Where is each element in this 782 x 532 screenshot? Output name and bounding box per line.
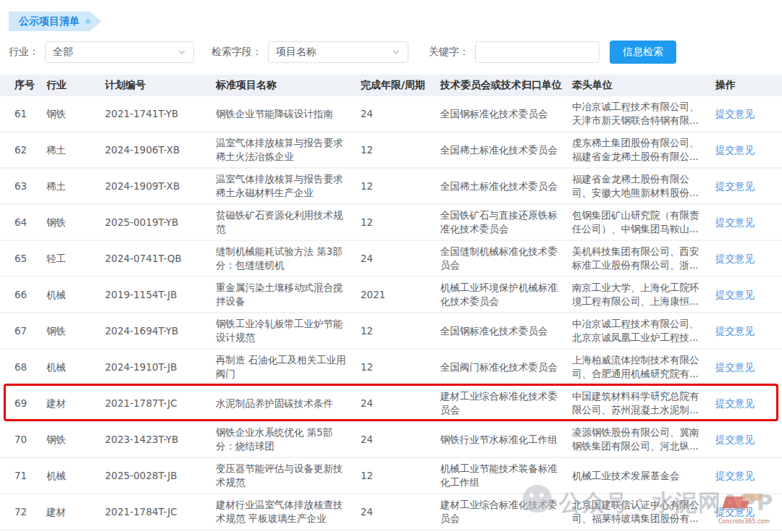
cell-period: 12 (361, 132, 440, 168)
cell-committee: 建材工业综合标准化技术委员会 (440, 494, 572, 530)
table-row: 72 建材 2021-1784T-JC 建材行业温室气体排放核查技术规范 平板玻… (0, 494, 782, 530)
cell-industry: 钢铁 (46, 204, 105, 240)
cell-lead-unit: 上海柏威流体控制技术有限公司、合肥通用机械研究院有... (572, 349, 715, 385)
submit-opinion-link[interactable]: 提交意见 (715, 361, 754, 373)
cell-period: 24 (361, 240, 440, 276)
col-header-lead: 牵头单位 (572, 75, 715, 96)
cell-period: 24 (361, 494, 440, 530)
table-row: 68 机械 2024-1910T-JB 再制造 石油化工及相关工业用阀门 12 … (0, 349, 782, 385)
cell-plan-number: 2019-1154T-JB (105, 276, 216, 313)
cell-committee: 全国钢标准化技术委员会 (440, 313, 572, 349)
cell-industry: 机械 (46, 457, 105, 494)
keyword-label: 关键字： (429, 46, 469, 59)
submit-opinion-link[interactable]: 提交意见 (715, 434, 754, 445)
cell-plan-number: 2024-0741T-QB (105, 240, 216, 276)
cell-no: 71 (0, 457, 46, 494)
cell-committee: 全国铁矿石与直接还原铁标准化技术委员会 (440, 204, 572, 240)
cell-no: 67 (0, 313, 46, 349)
cell-industry: 轻工 (46, 240, 105, 276)
cell-committee: 机械工业环境保护机械标准化技术委员会 (440, 276, 572, 313)
industry-select[interactable]: 全部 (45, 41, 194, 63)
cell-committee: 钢铁行业节水标准化工作组 (440, 421, 572, 457)
cell-period: 12 (361, 457, 440, 494)
cell-project-name: 建材行业温室气体排放核查技术规范 平板玻璃生产企业 (216, 494, 361, 530)
cell-lead-unit: 凌源钢铁股份有限公司、冀南钢铁集团有限公司、河北纵... (572, 421, 715, 457)
table-row: 63 稀土 2024-1909T-XB 温室气体排放核算与报告要求 稀土永磁材料… (0, 168, 782, 204)
chevron-down-icon (392, 48, 400, 56)
cell-lead-unit: 美机科技集团有限公司、西安标准工业股份有限公司、浙... (572, 240, 715, 276)
table-row: 69 建材 2021-1787T-JC 水泥制品养护固碳技术条件 24 建材工业… (0, 385, 782, 421)
table-row: 61 钢铁 2021-1741T-YB 钢铁企业节能降碳设计指南 24 全国钢标… (0, 96, 782, 132)
cell-no: 69 (0, 385, 46, 421)
cell-industry: 稀土 (46, 168, 105, 204)
cell-period: 24 (361, 96, 440, 132)
submit-opinion-link[interactable]: 提交意见 (715, 470, 754, 481)
cell-no: 68 (0, 349, 46, 385)
industry-filter-label: 行业： (9, 46, 39, 59)
table-row: 65 轻工 2024-0741T-QB 缝制机械能耗试验方法 第3部分：包缝缝纫… (0, 240, 782, 276)
cell-industry: 钢铁 (46, 421, 105, 457)
cell-committee: 全国缝制机械标准化技术委员会 (440, 240, 572, 276)
submit-opinion-link[interactable]: 提交意见 (715, 216, 754, 228)
col-header-no: 序号 (0, 75, 46, 96)
table-row: 64 钢铁 2025-0019T-YB 贫磁铁矿石资源化利用技术规范 12 全国… (0, 204, 782, 240)
keyword-input[interactable] (475, 41, 600, 63)
cell-project-name: 重金属污染土壤移动式混合搅拌设备 (216, 276, 361, 313)
search-field-select[interactable]: 项目名称 (268, 41, 408, 63)
cell-lead-unit: 包钢集团矿山研究院（有限责任公司）、中钢集团马鞍山... (572, 204, 715, 240)
cell-project-name: 变压器节能评估与设备更新技术规范 (216, 457, 361, 494)
submit-opinion-link[interactable]: 提交意见 (715, 506, 754, 518)
submit-opinion-link[interactable]: 提交意见 (715, 144, 754, 156)
cell-lead-unit: 北京国建联信认证中心有限公司、福莱特玻璃集团股份有... (572, 494, 715, 530)
cell-industry: 建材 (46, 494, 105, 530)
cell-project-name: 再制造 石油化工及相关工业用阀门 (216, 349, 361, 385)
table-row: 70 钢铁 2023-1423T-YB 钢铁企业水系统优化 第5部分：烧结球团 … (0, 421, 782, 457)
search-field-label: 检索字段： (211, 46, 262, 59)
cell-plan-number: 2024-1906T-XB (105, 132, 216, 168)
cell-project-name: 温室气体排放核算与报告要求 稀土永磁材料生产企业 (216, 168, 361, 204)
submit-opinion-link[interactable]: 提交意见 (715, 289, 754, 300)
submit-opinion-link[interactable]: 提交意见 (715, 180, 754, 192)
submit-opinion-link[interactable]: 提交意见 (715, 253, 754, 264)
page-title-tag-label: 公示项目清单 (19, 15, 80, 27)
cell-project-name: 钢铁企业节能降碳设计指南 (216, 96, 361, 132)
col-header-name: 标准项目名称 (216, 75, 361, 96)
col-header-industry: 行业 (46, 75, 105, 96)
cell-plan-number: 2024-1909T-XB (105, 168, 216, 204)
table-header-row: 序号 行业 计划编号 标准项目名称 完成年限/周期 技术委员会或技术归口单位 牵… (0, 75, 782, 96)
cell-industry: 机械 (46, 276, 105, 313)
cell-project-name: 缝制机械能耗试验方法 第3部分：包缝缝纫机 (216, 240, 361, 276)
cell-lead-unit: 中冶京诚工程技术有限公司、天津市新天钢联合特钢有限... (572, 96, 715, 132)
cell-lead-unit: 南京工业大学、上海化工院环境工程有限公司、上海康恒... (572, 276, 715, 313)
table-row: 62 稀土 2024-1906T-XB 温室气体排放核算与报告要求 稀土火法冶炼… (0, 132, 782, 168)
cell-plan-number: 2025-0028T-JB (105, 457, 216, 494)
cell-no: 72 (0, 494, 46, 530)
cell-period: 12 (361, 204, 440, 240)
cell-plan-number: 2023-1423T-YB (105, 421, 216, 457)
filter-bar: 行业： 全部 检索字段： 项目名称 关键字： 信息检索 (9, 41, 676, 64)
cell-no: 63 (0, 168, 46, 204)
cell-no: 65 (0, 240, 46, 276)
cell-industry: 钢铁 (46, 96, 105, 132)
table-row: 67 钢铁 2024-1694T-YB 钢铁工业冷轧板带工业炉节能设计规范 12… (0, 313, 782, 349)
col-header-plan: 计划编号 (105, 75, 216, 96)
cell-plan-number: 2021-1741T-YB (105, 96, 216, 132)
cell-committee: 全国钢标准化技术委员会 (440, 96, 572, 132)
col-header-action: 操作 (715, 75, 782, 96)
projects-table: 序号 行业 计划编号 标准项目名称 完成年限/周期 技术委员会或技术归口单位 牵… (0, 75, 782, 531)
cell-period: 24 (361, 421, 440, 457)
search-button[interactable]: 信息检索 (610, 41, 676, 64)
cell-industry: 钢铁 (46, 313, 105, 349)
table-row: 71 机械 2025-0028T-JB 变压器节能评估与设备更新技术规范 12 … (0, 457, 782, 494)
submit-opinion-link[interactable]: 提交意见 (715, 108, 754, 119)
cell-period: 12 (361, 313, 440, 349)
submit-opinion-link[interactable]: 提交意见 (715, 325, 754, 337)
col-header-committee: 技术委员会或技术归口单位 (440, 75, 572, 96)
cell-plan-number: 2024-1910T-JB (105, 349, 216, 385)
cell-plan-number: 2024-1694T-YB (105, 313, 216, 349)
chevron-down-icon (177, 48, 186, 56)
cell-committee: 全国稀土标准化技术委员会 (440, 168, 572, 204)
submit-opinion-link[interactable]: 提交意见 (715, 397, 754, 409)
cell-project-name: 钢铁工业冷轧板带工业炉节能设计规范 (216, 313, 361, 349)
cell-period: 12 (361, 168, 440, 204)
